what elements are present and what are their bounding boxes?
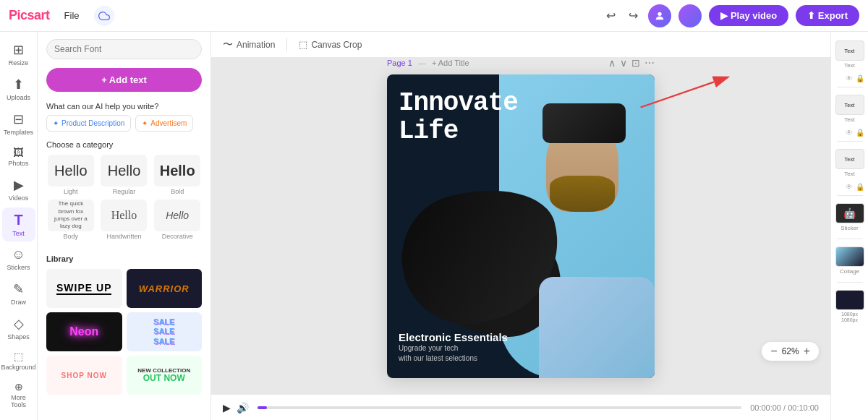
library-item-out-now[interactable]: NEW COLLECTION OUT NOW <box>127 356 203 395</box>
user-avatar[interactable] <box>678 4 702 27</box>
eye-icon-2[interactable]: 👁 <box>846 129 853 137</box>
layer-thumb-collage <box>835 247 864 267</box>
sidebar-item-background[interactable]: ⬚ Background <box>2 346 35 375</box>
canvas-frame-container: Page 1 — + Add Title ∧ ∨ ⊡ ⋯ <box>387 74 655 378</box>
canvas-person-area <box>499 74 655 378</box>
page-title[interactable]: Page 1 <box>387 59 412 67</box>
undo-button[interactable]: ↩ <box>603 6 618 25</box>
separator: — <box>418 59 426 67</box>
layer-item-text3[interactable]: Text Text <box>834 146 866 180</box>
layer-thumb-sticker: 🤖 <box>835 203 864 223</box>
font-style-body[interactable]: The quick brown fox jumps over a lazy do… <box>46 200 95 240</box>
svg-point-0 <box>658 12 662 15</box>
redo-button[interactable]: ↪ <box>626 6 641 25</box>
lock-icon-2[interactable]: 🔒 <box>856 129 864 137</box>
frame-copy-button[interactable]: ⊡ <box>631 58 640 69</box>
ai-buttons: ✦ Product Description ✦ Advertisem <box>46 115 202 132</box>
font-style-regular[interactable]: Hello Regular <box>100 155 149 195</box>
playback-bar: ▶ 🔊 00:00:00 / 00:10:00 <box>211 394 830 420</box>
library-item-warrior[interactable]: WARRIOR <box>127 269 203 308</box>
avatar[interactable] <box>648 4 671 27</box>
library-item-neon[interactable]: Neon <box>46 312 122 351</box>
volume-button[interactable]: 🔊 <box>237 402 249 413</box>
sidebar-item-shapes[interactable]: ◇ Shapes <box>2 312 35 345</box>
library-item-shop-now[interactable]: SHOP NOW <box>46 356 122 395</box>
frame-down-button[interactable]: ∨ <box>620 58 627 69</box>
videos-icon: ▶ <box>14 177 24 193</box>
eye-icon-1[interactable]: 👁 <box>846 74 853 82</box>
product-description-button[interactable]: ✦ Product Description <box>46 115 131 132</box>
templates-icon: ⊟ <box>13 111 24 127</box>
sidebar-item-more-tools[interactable]: ⊕ More Tools <box>2 377 35 413</box>
frame-up-button[interactable]: ∧ <box>608 58 616 69</box>
sidebar-item-templates[interactable]: ⊟ Templates <box>2 107 35 140</box>
toolbar-divider <box>286 38 287 51</box>
layer-item-text1[interactable]: Text Text <box>834 38 866 72</box>
ai-section-label: What can our AI help you write? <box>46 102 202 111</box>
sidebar-item-text[interactable]: T Text <box>2 207 35 241</box>
canvas-crop-button[interactable]: ⬚ Canvas Crop <box>299 39 362 50</box>
sidebar-item-draw[interactable]: ✎ Draw <box>2 277 35 310</box>
canvas-workspace[interactable]: Page 1 — + Add Title ∧ ∨ ⊡ ⋯ <box>211 58 830 394</box>
sidebar-item-uploads[interactable]: ⬆ Uploads <box>2 72 35 106</box>
zoom-level-display: 62% <box>782 346 799 356</box>
layer-item-collage[interactable]: Collage <box>834 244 866 278</box>
font-style-decorative[interactable]: Hello Decorative <box>153 200 202 240</box>
canvas-bottom-subtitle: Upgrade your techwith our latest selecti… <box>399 343 508 364</box>
frame-menu-button[interactable]: ⋯ <box>644 58 655 69</box>
sidebar-item-videos[interactable]: ▶ Videos <box>2 173 35 206</box>
eye-icon-3[interactable]: 👁 <box>846 183 853 191</box>
crop-icon: ⬚ <box>299 39 307 50</box>
stickers-icon: ☺ <box>12 247 25 262</box>
file-menu[interactable]: File <box>59 7 85 24</box>
timeline-bar[interactable] <box>258 406 741 409</box>
library-item-sale[interactable]: SALESALESALE <box>127 312 203 351</box>
library-item-swipe-up[interactable]: SWIPE UP <box>46 269 122 308</box>
add-title-button[interactable]: + Add Title <box>432 59 469 67</box>
more-tools-icon: ⊕ <box>14 381 23 393</box>
sidebar-item-stickers[interactable]: ☺ Stickers <box>2 243 35 275</box>
zoom-out-button[interactable]: − <box>770 345 777 358</box>
zoom-in-button[interactable]: + <box>804 345 810 358</box>
font-style-light[interactable]: Hello Light <box>46 155 95 195</box>
text-panel: + Add text What can our AI help you writ… <box>38 32 211 420</box>
layer-item-sticker[interactable]: 🤖 Sticker <box>834 200 866 234</box>
font-style-handwritten[interactable]: Hello Handwritten <box>100 200 149 240</box>
left-icon-sidebar: ⊞ Resize ⬆ Uploads ⊟ Templates 🖼 Photos … <box>0 32 38 420</box>
right-panel: Text Text 👁 🔒 Text Text 👁 🔒 Text Text <box>830 32 868 420</box>
sidebar-item-photos[interactable]: 🖼 Photos <box>2 142 35 171</box>
font-style-bold[interactable]: Hello Bold <box>153 155 202 195</box>
layer-item-text2[interactable]: Text Text <box>834 92 866 126</box>
lock-icon-3[interactable]: 🔒 <box>856 183 864 191</box>
layer-label-text1: Text <box>844 62 855 69</box>
layer-thumb-label-3: Text <box>845 157 855 162</box>
ai-blue-icon: ✦ <box>53 119 59 127</box>
layer-item-dark[interactable]: 1080px1080px <box>834 287 866 327</box>
time-display: 00:00:00 / 00:10:00 <box>750 403 819 412</box>
layer-label-collage: Collage <box>840 268 859 275</box>
sidebar-item-label: Resize <box>9 59 29 67</box>
sidebar-item-resize[interactable]: ⊞ Resize <box>2 38 35 71</box>
out-now-content: NEW COLLECTION OUT NOW <box>137 367 190 383</box>
export-button[interactable]: ⬆ Export <box>796 5 859 26</box>
layer-thumb-label-2: Text <box>845 103 855 108</box>
layer-label-dark: 1080px1080px <box>841 312 858 324</box>
advertisement-button[interactable]: ✦ Advertisem <box>135 115 193 132</box>
divider-3 <box>837 195 863 196</box>
layer-thumb-label: Text <box>845 48 855 53</box>
canvas-bottom-text: Electronic Essentials Upgrade your techw… <box>399 331 508 364</box>
search-input[interactable] <box>46 39 202 59</box>
total-time: 00:10:00 <box>788 403 819 412</box>
lock-icon-1[interactable]: 🔒 <box>856 74 864 82</box>
cloud-save-button[interactable] <box>94 6 114 26</box>
play-video-button[interactable]: ▶ Play video <box>709 5 788 26</box>
shapes-icon: ◇ <box>14 316 24 332</box>
layer-icons-row3: 👁 🔒 <box>834 183 866 191</box>
font-styles-grid: Hello Light Hello Regular Hello Bold The… <box>46 155 202 240</box>
sidebar-item-collages[interactable]: ⊞ Collages <box>2 414 35 420</box>
canvas-composition: InnovateLife Electronic Essentials Upgra… <box>387 74 655 378</box>
category-label: Choose a category <box>46 140 202 149</box>
add-text-button[interactable]: + Add text <box>46 68 202 92</box>
animation-button[interactable]: 〜 Animation <box>223 38 275 51</box>
play-button[interactable]: ▶ <box>223 402 231 413</box>
